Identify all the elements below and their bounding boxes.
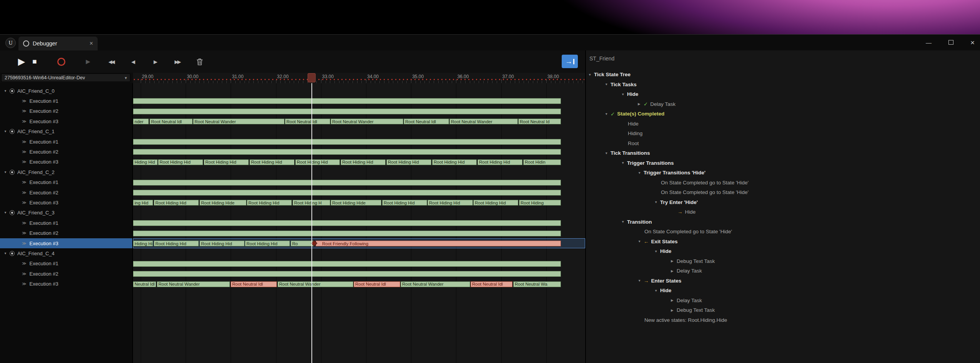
state-tree-row[interactable]: ▼Tick Tasks <box>586 80 980 90</box>
execution-row[interactable]: ≫Execution #1 <box>0 177 132 187</box>
state-tree-row[interactable]: On State Completed go to State 'Hide' <box>586 178 980 188</box>
execution-row[interactable]: ≫Execution #3 <box>0 116 132 126</box>
state-segment[interactable]: ing Hid <box>133 200 153 206</box>
state-tree-row[interactable]: Root <box>586 139 980 149</box>
instance-group-row[interactable]: ▼AIC_Friend_C_0 <box>0 86 132 96</box>
state-bar[interactable] <box>133 220 561 226</box>
expander-right-icon[interactable]: ▶ <box>671 298 677 302</box>
timeline-row[interactable] <box>133 228 585 238</box>
timeline-row[interactable]: Hiding HidRoot Hiding HidRoot Hiding Hid… <box>133 238 585 248</box>
prev-state-change-button[interactable]: ◀◀ <box>105 54 117 69</box>
state-segment[interactable]: Root Neutral Wander <box>449 119 518 124</box>
tab-close-icon[interactable]: × <box>90 40 93 47</box>
state-tree-row[interactable]: ▼Tick State Tree <box>586 70 980 80</box>
expander-down-icon[interactable]: ▼ <box>4 130 7 133</box>
state-segment[interactable]: Root Hiding Hid <box>247 200 292 206</box>
timeline-row[interactable] <box>133 259 585 269</box>
state-tree-row[interactable]: On State Completed go to State 'Hide' <box>586 227 980 237</box>
expander-down-icon[interactable]: ▼ <box>638 239 644 243</box>
state-bar[interactable] <box>133 98 561 104</box>
state-segment[interactable]: Root Hiding <box>519 200 561 206</box>
expander-down-icon[interactable]: ▼ <box>588 73 594 77</box>
state-segment[interactable]: Root Hiding Hid <box>200 241 245 246</box>
instance-group-row[interactable]: ▼AIC_Friend_C_2 <box>0 167 132 177</box>
timeline-row[interactable] <box>133 177 585 187</box>
state-tree-row[interactable]: ▼Tick Transitions <box>586 148 980 158</box>
expander-down-icon[interactable]: ▼ <box>621 92 627 96</box>
state-bar[interactable] <box>133 180 561 186</box>
state-segment[interactable]: Root Hiding Hid <box>432 159 477 165</box>
state-segment[interactable]: Root Neutral Wander <box>278 281 353 287</box>
state-segment[interactable]: Hiding Hid <box>133 159 158 165</box>
state-tree-row[interactable]: ▼Try Enter 'Hide' <box>586 197 980 207</box>
state-segment[interactable]: Root Neutral Wander <box>331 119 403 124</box>
state-segment[interactable]: Root Friendly Following <box>316 241 561 246</box>
state-segment[interactable]: Root Hiding Hide <box>331 200 381 206</box>
state-bar[interactable] <box>133 231 561 236</box>
state-segment[interactable]: Root Neutral Idl <box>354 281 400 287</box>
state-tree-row[interactable]: ▼Hide <box>586 246 980 256</box>
timeline-row[interactable] <box>133 96 585 106</box>
expander-down-icon[interactable]: ▼ <box>605 82 611 86</box>
execution-row[interactable]: ≫Execution #1 <box>0 137 132 147</box>
expander-down-icon[interactable]: ▼ <box>4 252 7 255</box>
timeline-ruler[interactable]: 29.0030.0031.0032.0033.0034.0035.0036.00… <box>133 73 585 83</box>
state-tree-row[interactable]: ▼←Exit States <box>586 237 980 247</box>
state-segment[interactable]: Root Hiding Hid <box>295 159 340 165</box>
state-tree-row[interactable]: ▼Hide <box>586 89 980 99</box>
state-segment[interactable]: Root Neutral Idl <box>471 281 512 287</box>
state-segment[interactable]: Root Neutral Wander <box>157 281 230 287</box>
expander-down-icon[interactable]: ▼ <box>605 112 611 116</box>
state-segment[interactable]: Root Hiding Hid <box>473 200 518 206</box>
state-tree-row[interactable]: ▶Debug Text Task <box>586 305 980 315</box>
state-segment[interactable]: Root Hiding Hid <box>204 159 249 165</box>
expander-right-icon[interactable]: ▶ <box>671 269 677 273</box>
expander-down-icon[interactable]: ▼ <box>638 279 644 283</box>
expander-right-icon[interactable]: ▶ <box>671 308 677 312</box>
state-tree-row[interactable]: ▶Debug Text Task <box>586 256 980 266</box>
expander-down-icon[interactable]: ▼ <box>4 171 7 174</box>
state-bar[interactable] <box>133 261 561 267</box>
scrub-handle[interactable] <box>308 73 316 82</box>
state-segment[interactable]: Root Hiding Hid <box>158 159 203 165</box>
state-tree-row[interactable]: ▶Delay Task <box>586 266 980 276</box>
state-segment[interactable]: Root Hiding Hid <box>341 159 386 165</box>
execution-row[interactable]: ≫Execution #2 <box>0 187 132 197</box>
timeline-row[interactable]: ing HidRoot Hiding HidRoot Hiding HideRo… <box>133 197 585 207</box>
timeline-row[interactable] <box>133 137 585 147</box>
state-bar[interactable] <box>133 139 561 145</box>
instance-group-row[interactable]: ▼AIC_Friend_C_1 <box>0 127 132 137</box>
clear-tracks-button[interactable] <box>194 54 205 69</box>
state-tree-row[interactable]: ▼Hide <box>586 286 980 296</box>
expander-right-icon[interactable]: ▶ <box>671 259 677 263</box>
maximize-button[interactable] <box>948 40 953 45</box>
expander-down-icon[interactable]: ▼ <box>605 151 611 155</box>
state-segment[interactable]: Root Hiding Hid <box>478 159 522 165</box>
instance-group-row[interactable]: ▼AIC_Friend_C_4 <box>0 248 132 258</box>
stop-button[interactable]: ■ <box>28 54 41 69</box>
execution-row[interactable]: ≫Execution #2 <box>0 228 132 238</box>
next-state-change-button[interactable]: ▶▶ <box>171 54 183 69</box>
state-segment[interactable]: Root Neutral Id <box>518 119 561 124</box>
state-tree-row[interactable]: ▼Trigger Transitions 'Hide' <box>586 168 980 178</box>
state-segment[interactable]: Ro <box>291 241 314 246</box>
execution-row[interactable]: ≫Execution #2 <box>0 269 132 279</box>
step-forward-button[interactable]: ▶ <box>149 54 161 69</box>
expander-down-icon[interactable]: ▼ <box>654 200 660 204</box>
timeline-row[interactable] <box>133 147 585 157</box>
state-tree-row[interactable]: ▼✓State(s) Completed <box>586 109 980 119</box>
execution-row[interactable]: ≫Execution #1 <box>0 259 132 269</box>
expander-down-icon[interactable]: ▼ <box>621 220 627 224</box>
execution-row[interactable]: ≫Execution #2 <box>0 147 132 157</box>
state-tree-row[interactable]: On State Completed go to State 'Hide' <box>586 187 980 197</box>
state-segment[interactable]: Root Hiding Hid <box>428 200 473 206</box>
play-button[interactable]: ▶ <box>15 54 28 69</box>
state-segment[interactable]: Root Hiding Hid <box>154 241 199 246</box>
tab-debugger[interactable]: Debugger × <box>18 37 98 50</box>
timeline-row[interactable] <box>133 106 585 116</box>
expander-down-icon[interactable]: ▼ <box>654 249 660 253</box>
expander-down-icon[interactable]: ▼ <box>4 211 7 214</box>
timeline-row[interactable] <box>133 269 585 279</box>
state-tree-row[interactable]: ▶Delay Task <box>586 296 980 306</box>
window-titlebar[interactable]: Debugger × — × <box>0 35 980 51</box>
